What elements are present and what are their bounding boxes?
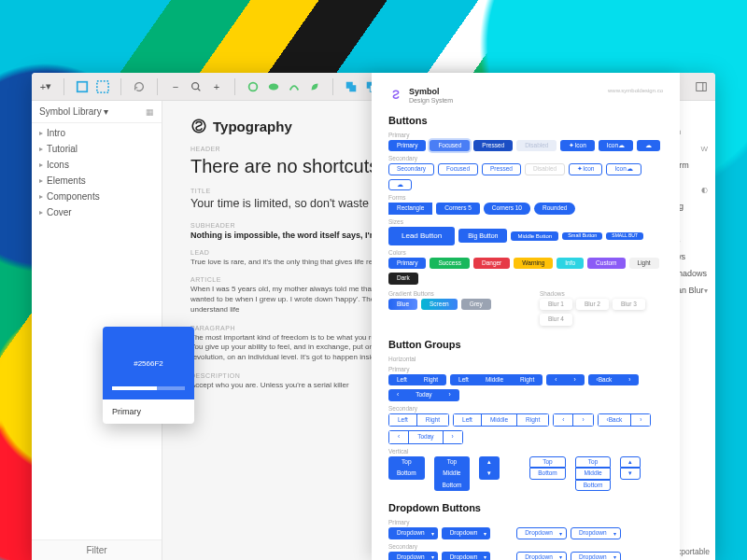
sidebar-filter-input[interactable] bbox=[32, 540, 162, 560]
oseg-left[interactable]: Left bbox=[388, 413, 417, 427]
ovseg3-mid[interactable]: Middle bbox=[575, 468, 612, 480]
oval-tool-icon[interactable] bbox=[245, 78, 261, 95]
sidebar-item-components[interactable]: ▸Components bbox=[32, 189, 162, 204]
dropdown-sec-outline-2[interactable]: Dropdown bbox=[571, 552, 621, 560]
big-button[interactable]: Big Button bbox=[458, 229, 507, 243]
shape-fill-icon[interactable] bbox=[265, 78, 282, 95]
focused-button[interactable]: Focused bbox=[430, 140, 470, 152]
dropdown-primary-1[interactable]: Dropdown bbox=[388, 527, 438, 539]
ovseg-bottom[interactable]: Bottom bbox=[529, 468, 566, 480]
sidebar-item-cover[interactable]: ▸Cover bbox=[32, 204, 162, 220]
seg3-left[interactable]: Left bbox=[450, 374, 477, 386]
dropdown-sec-1[interactable]: Dropdown bbox=[388, 552, 438, 560]
seg3-mid[interactable]: Middle bbox=[477, 374, 512, 386]
corners5-button[interactable]: Corners 5 bbox=[436, 203, 480, 215]
seg-today-next[interactable] bbox=[441, 389, 459, 401]
vseg-down[interactable]: ▾ bbox=[479, 468, 500, 480]
color-warning-button[interactable]: Warning bbox=[514, 258, 553, 270]
secondary-button[interactable]: Secondary bbox=[388, 163, 434, 175]
oseg-today-prev[interactable] bbox=[388, 430, 409, 444]
color-swatch-card[interactable]: #2566F2 Primary bbox=[103, 327, 194, 424]
seg-today-prev[interactable] bbox=[388, 389, 407, 401]
secondary-icon-cloud-button[interactable]: Icon ☁ bbox=[606, 163, 641, 175]
ovseg-top[interactable]: Top bbox=[529, 456, 566, 469]
seg-right[interactable]: Right bbox=[416, 374, 446, 386]
ovseg-up[interactable]: ▴ bbox=[620, 456, 641, 469]
secondary-icon-only-button[interactable]: ☁ bbox=[388, 179, 412, 191]
vseg-bottom[interactable]: Bottom bbox=[388, 468, 425, 480]
icon-only-button[interactable]: ☁ bbox=[637, 140, 660, 152]
color-danger-button[interactable]: Danger bbox=[473, 258, 510, 270]
ovseg-down[interactable]: ▾ bbox=[620, 468, 641, 480]
rectangle-button[interactable]: Rectangle bbox=[388, 203, 432, 215]
color-info-button[interactable]: Info bbox=[557, 258, 584, 270]
color-success-button[interactable]: Success bbox=[430, 258, 470, 270]
blur2-button[interactable]: Blur 2 bbox=[576, 299, 609, 311]
seg-back[interactable]: Back bbox=[588, 374, 621, 386]
corners10-button[interactable]: Corners 10 bbox=[484, 203, 530, 215]
rounded-button[interactable]: Rounded bbox=[534, 203, 575, 215]
dropdown-outline-2[interactable]: Dropdown bbox=[571, 527, 621, 539]
oseg-prev[interactable] bbox=[553, 413, 573, 427]
oseg3-mid[interactable]: Middle bbox=[482, 413, 517, 427]
seg-fwd[interactable] bbox=[620, 374, 639, 386]
dropdown-sec-2[interactable]: Dropdown bbox=[442, 552, 491, 560]
vseg-up[interactable]: ▴ bbox=[479, 456, 500, 469]
oseg-right[interactable]: Right bbox=[417, 413, 449, 427]
seg-next[interactable] bbox=[565, 374, 584, 386]
oseg3-right[interactable]: Right bbox=[517, 413, 549, 427]
gradient-grey-button[interactable]: Grey bbox=[461, 299, 491, 311]
vseg3-top[interactable]: Top bbox=[434, 456, 471, 469]
sidebar-item-intro[interactable]: ▸Intro bbox=[32, 125, 162, 141]
zoom-out-button[interactable]: − bbox=[167, 78, 184, 95]
add-menu-button[interactable]: +▾ bbox=[37, 78, 54, 95]
gradient-screen-button[interactable]: Screen bbox=[421, 299, 458, 311]
middle-button[interactable]: Middle Button bbox=[511, 231, 558, 241]
icon-label-button[interactable]: ✦ Icon bbox=[560, 140, 594, 152]
ovseg3-top[interactable]: Top bbox=[575, 456, 612, 469]
leaf-tool-icon[interactable] bbox=[306, 78, 323, 95]
seg3-right[interactable]: Right bbox=[512, 374, 543, 386]
dropdown-sec-outline-1[interactable]: Dropdown bbox=[516, 552, 567, 560]
small-button[interactable]: Small Button bbox=[562, 232, 602, 241]
vector-tool-icon[interactable] bbox=[286, 78, 303, 95]
union-icon[interactable] bbox=[343, 78, 359, 95]
dropdown-primary-2[interactable]: Dropdown bbox=[442, 527, 491, 539]
oseg-today-next[interactable] bbox=[444, 430, 463, 444]
vseg-top[interactable]: Top bbox=[388, 456, 425, 469]
inspector-toggle-icon[interactable] bbox=[693, 78, 710, 95]
vseg3-bot[interactable]: Bottom bbox=[434, 480, 471, 492]
sidebar-item-tutorial[interactable]: ▸Tutorial bbox=[32, 141, 162, 157]
seg-left[interactable]: Left bbox=[388, 374, 416, 386]
oseg3-left[interactable]: Left bbox=[453, 413, 482, 427]
xsmall-button[interactable]: SMALL BUT bbox=[606, 232, 643, 240]
lead-button[interactable]: Lead Button bbox=[388, 227, 455, 245]
secondary-focused-button[interactable]: Focused bbox=[438, 163, 478, 175]
grid-view-icon[interactable]: ▦ bbox=[146, 107, 154, 117]
blur1-button[interactable]: Blur 1 bbox=[540, 299, 572, 311]
oseg-fwd[interactable] bbox=[631, 413, 651, 427]
oseg-today[interactable]: Today bbox=[409, 430, 443, 444]
color-light-button[interactable]: Light bbox=[629, 258, 659, 270]
slice-tool-icon[interactable] bbox=[94, 78, 111, 95]
dropdown-outline-1[interactable]: Dropdown bbox=[516, 527, 567, 539]
sidebar-item-elements[interactable]: ▸Elements bbox=[32, 173, 162, 189]
blur3-button[interactable]: Blur 3 bbox=[613, 299, 645, 311]
ovseg3-bot[interactable]: Bottom bbox=[575, 480, 612, 492]
sidebar-item-icons[interactable]: ▸Icons bbox=[32, 157, 162, 173]
refresh-icon[interactable] bbox=[131, 78, 148, 95]
seg-today[interactable]: Today bbox=[407, 389, 440, 401]
icon-cloud-button[interactable]: Icon ☁ bbox=[599, 140, 633, 152]
primary-button[interactable]: Primary bbox=[388, 140, 426, 152]
sidebar-header[interactable]: Symbol Library ▾ ▦ bbox=[32, 101, 162, 123]
vseg3-mid[interactable]: Middle bbox=[434, 468, 471, 480]
seg-prev[interactable] bbox=[546, 374, 565, 386]
artboard-tool-icon[interactable] bbox=[74, 78, 91, 95]
zoom-in-button[interactable]: + bbox=[208, 78, 225, 95]
blur4-button[interactable]: Blur 4 bbox=[540, 314, 572, 326]
oseg-back[interactable]: Back bbox=[598, 413, 632, 427]
color-dark-button[interactable]: Dark bbox=[388, 273, 418, 285]
gradient-blue-button[interactable]: Blue bbox=[388, 299, 417, 311]
color-primary-button[interactable]: Primary bbox=[388, 258, 426, 270]
color-custom-button[interactable]: Custom bbox=[587, 258, 625, 270]
